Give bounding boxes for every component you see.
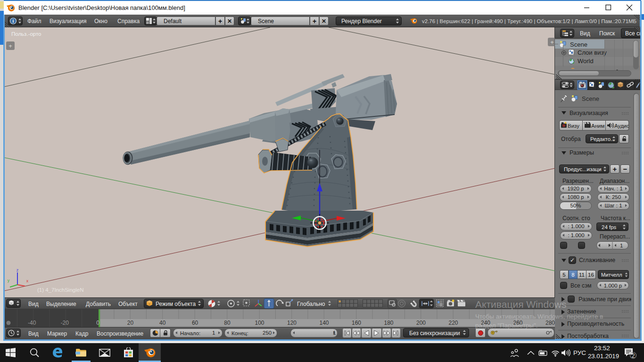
svg-text:Scene: Scene bbox=[582, 95, 599, 102]
svg-text:Слои визу: Слои визу bbox=[578, 49, 607, 56]
svg-text:40: 40 bbox=[159, 320, 166, 326]
svg-text:World: World bbox=[578, 58, 594, 65]
svg-text:60: 60 bbox=[192, 320, 198, 326]
svg-text:1: 1 bbox=[620, 243, 623, 248]
svg-text:140: 140 bbox=[319, 320, 329, 326]
svg-text:100: 100 bbox=[255, 320, 264, 326]
svg-text:180: 180 bbox=[384, 320, 393, 326]
svg-text:-20: -20 bbox=[61, 320, 69, 326]
svg-text:200: 200 bbox=[416, 320, 426, 326]
svg-text:0: 0 bbox=[96, 320, 99, 326]
svg-text:Визу: Визу bbox=[568, 123, 579, 129]
svg-text:Scene: Scene bbox=[570, 41, 587, 48]
svg-text:Аудио: Аудио bbox=[614, 123, 629, 129]
svg-text:Аним: Аним bbox=[591, 123, 604, 129]
svg-text:x: x bbox=[26, 279, 29, 283]
svg-text:i: i bbox=[12, 18, 14, 24]
svg-text:120: 120 bbox=[287, 320, 297, 326]
svg-text:160: 160 bbox=[352, 320, 361, 326]
svg-text:20: 20 bbox=[127, 320, 134, 326]
svg-text:2: 2 bbox=[632, 353, 635, 359]
svg-text:220: 220 bbox=[448, 320, 458, 326]
svg-text:z: z bbox=[17, 268, 19, 272]
svg-text:-40: -40 bbox=[28, 320, 36, 326]
svg-text:y: y bbox=[8, 278, 10, 283]
svg-text:80: 80 bbox=[224, 320, 231, 326]
